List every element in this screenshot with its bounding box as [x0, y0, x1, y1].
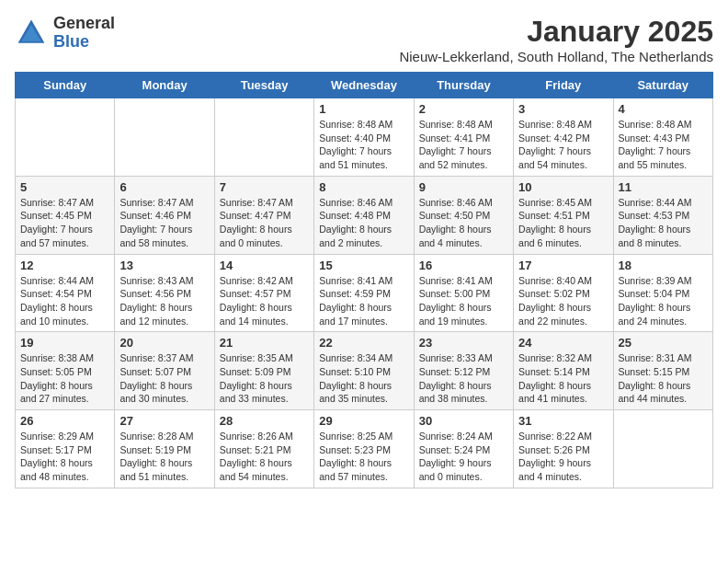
logo-icon — [15, 17, 48, 50]
day-number: 31 — [518, 414, 608, 428]
day-info: Sunrise: 8:47 AM Sunset: 4:45 PM Dayligh… — [20, 196, 109, 250]
day-info: Sunrise: 8:44 AM Sunset: 4:53 PM Dayligh… — [619, 196, 708, 250]
day-number: 9 — [419, 180, 508, 194]
week-row-3: 12Sunrise: 8:44 AM Sunset: 4:54 PM Dayli… — [16, 254, 713, 332]
day-info: Sunrise: 8:46 AM Sunset: 4:50 PM Dayligh… — [419, 196, 508, 250]
day-info: Sunrise: 8:47 AM Sunset: 4:46 PM Dayligh… — [119, 196, 209, 250]
day-info: Sunrise: 8:46 AM Sunset: 4:48 PM Dayligh… — [319, 196, 408, 250]
day-info: Sunrise: 8:25 AM Sunset: 5:23 PM Dayligh… — [319, 430, 408, 484]
day-cell: 13Sunrise: 8:43 AM Sunset: 4:56 PM Dayli… — [115, 254, 214, 332]
location-subtitle: Nieuw-Lekkerland, South Holland, The Net… — [399, 49, 713, 64]
day-cell: 15Sunrise: 8:41 AM Sunset: 4:59 PM Dayli… — [314, 254, 414, 332]
day-number: 14 — [220, 259, 309, 272]
day-info: Sunrise: 8:38 AM Sunset: 5:05 PM Dayligh… — [20, 351, 109, 406]
day-info: Sunrise: 8:33 AM Sunset: 5:12 PM Dayligh… — [419, 351, 508, 406]
day-number: 11 — [619, 180, 708, 194]
day-cell: 9Sunrise: 8:46 AM Sunset: 4:50 PM Daylig… — [414, 176, 513, 254]
day-cell: 26Sunrise: 8:29 AM Sunset: 5:17 PM Dayli… — [16, 410, 115, 488]
day-cell — [214, 98, 313, 177]
day-cell: 5Sunrise: 8:47 AM Sunset: 4:45 PM Daylig… — [16, 176, 115, 254]
day-info: Sunrise: 8:31 AM Sunset: 5:15 PM Dayligh… — [619, 351, 708, 406]
day-number: 12 — [20, 259, 109, 272]
day-info: Sunrise: 8:43 AM Sunset: 4:56 PM Dayligh… — [119, 274, 209, 328]
day-cell: 1Sunrise: 8:48 AM Sunset: 4:40 PM Daylig… — [314, 98, 414, 177]
day-cell — [613, 410, 712, 488]
day-number: 25 — [619, 336, 708, 350]
day-info: Sunrise: 8:47 AM Sunset: 4:47 PM Dayligh… — [220, 196, 309, 250]
weekday-saturday: Saturday — [613, 73, 712, 98]
weekday-tuesday: Tuesday — [214, 73, 313, 98]
day-cell: 25Sunrise: 8:31 AM Sunset: 5:15 PM Dayli… — [613, 332, 712, 410]
day-number: 27 — [119, 414, 209, 428]
day-cell: 18Sunrise: 8:39 AM Sunset: 5:04 PM Dayli… — [613, 254, 712, 332]
day-info: Sunrise: 8:22 AM Sunset: 5:26 PM Dayligh… — [518, 430, 608, 484]
day-cell — [16, 98, 115, 177]
day-info: Sunrise: 8:34 AM Sunset: 5:10 PM Dayligh… — [319, 351, 408, 406]
logo-general: General — [53, 15, 115, 33]
day-cell: 12Sunrise: 8:44 AM Sunset: 4:54 PM Dayli… — [16, 254, 115, 332]
week-row-4: 19Sunrise: 8:38 AM Sunset: 5:05 PM Dayli… — [16, 332, 713, 410]
day-cell: 16Sunrise: 8:41 AM Sunset: 5:00 PM Dayli… — [414, 254, 513, 332]
weekday-header-row: SundayMondayTuesdayWednesdayThursdayFrid… — [16, 73, 713, 98]
day-info: Sunrise: 8:26 AM Sunset: 5:21 PM Dayligh… — [220, 430, 309, 484]
day-cell: 20Sunrise: 8:37 AM Sunset: 5:07 PM Dayli… — [115, 332, 214, 410]
day-number: 8 — [319, 180, 408, 194]
day-cell: 19Sunrise: 8:38 AM Sunset: 5:05 PM Dayli… — [16, 332, 115, 410]
weekday-sunday: Sunday — [16, 73, 115, 98]
day-number: 10 — [518, 180, 608, 194]
day-info: Sunrise: 8:48 AM Sunset: 4:43 PM Dayligh… — [619, 118, 708, 172]
day-number: 5 — [20, 180, 109, 194]
day-info: Sunrise: 8:37 AM Sunset: 5:07 PM Dayligh… — [119, 351, 209, 406]
calendar-table: SundayMondayTuesdayWednesdayThursdayFrid… — [15, 72, 713, 488]
weekday-monday: Monday — [115, 73, 214, 98]
day-number: 17 — [518, 259, 608, 272]
day-info: Sunrise: 8:45 AM Sunset: 4:51 PM Dayligh… — [518, 196, 608, 250]
day-number: 18 — [619, 259, 708, 272]
day-cell: 27Sunrise: 8:28 AM Sunset: 5:19 PM Dayli… — [115, 410, 214, 488]
week-row-2: 5Sunrise: 8:47 AM Sunset: 4:45 PM Daylig… — [16, 176, 713, 254]
week-row-5: 26Sunrise: 8:29 AM Sunset: 5:17 PM Dayli… — [16, 410, 713, 488]
day-info: Sunrise: 8:48 AM Sunset: 4:41 PM Dayligh… — [419, 118, 508, 172]
day-info: Sunrise: 8:48 AM Sunset: 4:42 PM Dayligh… — [518, 118, 608, 172]
day-cell: 14Sunrise: 8:42 AM Sunset: 4:57 PM Dayli… — [214, 254, 313, 332]
day-number: 29 — [319, 414, 408, 428]
day-cell: 30Sunrise: 8:24 AM Sunset: 5:24 PM Dayli… — [414, 410, 513, 488]
logo-text: General Blue — [53, 15, 115, 52]
day-info: Sunrise: 8:42 AM Sunset: 4:57 PM Dayligh… — [220, 274, 309, 328]
day-number: 20 — [119, 336, 209, 350]
day-cell: 23Sunrise: 8:33 AM Sunset: 5:12 PM Dayli… — [414, 332, 513, 410]
day-cell: 7Sunrise: 8:47 AM Sunset: 4:47 PM Daylig… — [214, 176, 313, 254]
month-title: January 2025 — [399, 15, 713, 49]
day-cell: 24Sunrise: 8:32 AM Sunset: 5:14 PM Dayli… — [514, 332, 613, 410]
day-info: Sunrise: 8:40 AM Sunset: 5:02 PM Dayligh… — [518, 274, 608, 328]
day-info: Sunrise: 8:24 AM Sunset: 5:24 PM Dayligh… — [419, 430, 508, 484]
day-cell: 11Sunrise: 8:44 AM Sunset: 4:53 PM Dayli… — [613, 176, 712, 254]
day-info: Sunrise: 8:41 AM Sunset: 4:59 PM Dayligh… — [319, 274, 408, 328]
day-cell: 6Sunrise: 8:47 AM Sunset: 4:46 PM Daylig… — [115, 176, 214, 254]
day-info: Sunrise: 8:32 AM Sunset: 5:14 PM Dayligh… — [518, 351, 608, 406]
title-block: January 2025 Nieuw-Lekkerland, South Hol… — [399, 15, 713, 64]
day-cell: 8Sunrise: 8:46 AM Sunset: 4:48 PM Daylig… — [314, 176, 414, 254]
day-cell: 10Sunrise: 8:45 AM Sunset: 4:51 PM Dayli… — [514, 176, 613, 254]
day-number: 13 — [119, 259, 209, 272]
day-cell: 2Sunrise: 8:48 AM Sunset: 4:41 PM Daylig… — [414, 98, 513, 177]
logo: General Blue — [15, 15, 115, 52]
day-number: 1 — [319, 102, 408, 116]
day-cell: 4Sunrise: 8:48 AM Sunset: 4:43 PM Daylig… — [613, 98, 712, 177]
day-info: Sunrise: 8:44 AM Sunset: 4:54 PM Dayligh… — [20, 274, 109, 328]
day-number: 16 — [419, 259, 508, 272]
day-cell: 3Sunrise: 8:48 AM Sunset: 4:42 PM Daylig… — [514, 98, 613, 177]
day-cell: 22Sunrise: 8:34 AM Sunset: 5:10 PM Dayli… — [314, 332, 414, 410]
day-number: 6 — [119, 180, 209, 194]
day-number: 26 — [20, 414, 109, 428]
day-info: Sunrise: 8:29 AM Sunset: 5:17 PM Dayligh… — [20, 430, 109, 484]
day-info: Sunrise: 8:48 AM Sunset: 4:40 PM Dayligh… — [319, 118, 408, 172]
day-cell: 21Sunrise: 8:35 AM Sunset: 5:09 PM Dayli… — [214, 332, 313, 410]
day-info: Sunrise: 8:41 AM Sunset: 5:00 PM Dayligh… — [419, 274, 508, 328]
day-info: Sunrise: 8:39 AM Sunset: 5:04 PM Dayligh… — [619, 274, 708, 328]
day-number: 19 — [20, 336, 109, 350]
day-number: 15 — [319, 259, 408, 272]
day-info: Sunrise: 8:28 AM Sunset: 5:19 PM Dayligh… — [119, 430, 209, 484]
weekday-friday: Friday — [514, 73, 613, 98]
day-number: 3 — [518, 102, 608, 116]
